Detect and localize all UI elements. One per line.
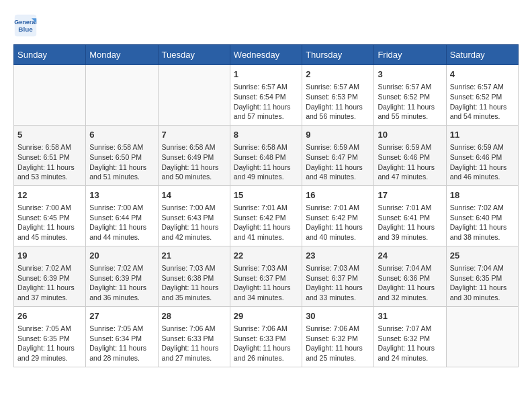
calendar-cell: 28Sunrise: 7:06 AMSunset: 6:33 PMDayligh… [158,306,230,367]
day-info: Sunrise: 7:03 AMSunset: 6:38 PMDaylight:… [162,263,226,303]
day-info: Sunrise: 7:03 AMSunset: 6:37 PMDaylight:… [234,263,298,303]
calendar-week-2: 5Sunrise: 6:58 AMSunset: 6:51 PMDaylight… [14,125,519,185]
day-info: Sunrise: 7:05 AMSunset: 6:35 PMDaylight:… [17,324,82,363]
weekday-header-saturday: Saturday [446,45,518,65]
day-number: 3 [378,68,442,81]
day-info: Sunrise: 7:06 AMSunset: 6:32 PMDaylight:… [306,324,370,363]
calendar-cell: 12Sunrise: 7:00 AMSunset: 6:45 PMDayligh… [14,185,86,246]
day-number: 31 [378,310,442,322]
calendar-week-4: 19Sunrise: 7:02 AMSunset: 6:39 PMDayligh… [14,246,519,306]
calendar-cell: 30Sunrise: 7:06 AMSunset: 6:32 PMDayligh… [302,306,374,367]
day-number: 25 [450,250,515,262]
calendar-week-1: 1Sunrise: 6:57 AMSunset: 6:54 PMDaylight… [14,65,519,126]
calendar-week-5: 26Sunrise: 7:05 AMSunset: 6:35 PMDayligh… [14,306,519,367]
day-number: 1 [234,68,298,81]
day-number: 5 [17,129,82,141]
day-info: Sunrise: 6:57 AMSunset: 6:53 PMDaylight:… [306,82,370,122]
day-info: Sunrise: 6:57 AMSunset: 6:52 PMDaylight:… [378,82,442,122]
day-info: Sunrise: 6:59 AMSunset: 6:46 PMDaylight:… [378,142,442,182]
calendar-cell [14,65,86,126]
day-number: 27 [89,310,154,322]
day-number: 30 [306,310,370,322]
day-number: 2 [306,68,370,81]
calendar-cell: 20Sunrise: 7:02 AMSunset: 6:39 PMDayligh… [86,246,158,306]
day-info: Sunrise: 7:01 AMSunset: 6:42 PMDaylight:… [306,203,370,242]
calendar-cell: 26Sunrise: 7:05 AMSunset: 6:35 PMDayligh… [14,306,86,367]
day-number: 16 [306,189,370,201]
day-number: 28 [162,310,226,322]
day-info: Sunrise: 6:59 AMSunset: 6:47 PMDaylight:… [306,142,370,182]
weekday-header-tuesday: Tuesday [158,45,230,65]
day-info: Sunrise: 7:02 AMSunset: 6:39 PMDaylight:… [17,263,82,303]
calendar-cell: 7Sunrise: 6:58 AMSunset: 6:49 PMDaylight… [158,125,230,185]
calendar-cell: 3Sunrise: 6:57 AMSunset: 6:52 PMDaylight… [374,65,446,126]
weekday-header-row: SundayMondayTuesdayWednesdayThursdayFrid… [14,45,519,65]
calendar-week-3: 12Sunrise: 7:00 AMSunset: 6:45 PMDayligh… [14,185,519,246]
day-number: 12 [17,189,82,201]
day-info: Sunrise: 7:06 AMSunset: 6:33 PMDaylight:… [162,324,226,363]
calendar-cell: 19Sunrise: 7:02 AMSunset: 6:39 PMDayligh… [14,246,86,306]
day-number: 17 [378,189,442,201]
day-number: 10 [378,129,442,141]
calendar-cell: 25Sunrise: 7:04 AMSunset: 6:35 PMDayligh… [446,246,518,306]
day-info: Sunrise: 6:57 AMSunset: 6:52 PMDaylight:… [450,82,515,122]
calendar-cell: 1Sunrise: 6:57 AMSunset: 6:54 PMDaylight… [230,65,302,126]
weekday-header-friday: Friday [374,45,446,65]
day-number: 7 [162,129,226,141]
day-number: 21 [162,250,226,262]
day-number: 26 [17,310,82,322]
day-info: Sunrise: 7:02 AMSunset: 6:39 PMDaylight:… [89,263,154,303]
day-number: 24 [378,250,442,262]
day-info: Sunrise: 7:04 AMSunset: 6:35 PMDaylight:… [450,263,515,303]
calendar-cell: 23Sunrise: 7:03 AMSunset: 6:37 PMDayligh… [302,246,374,306]
day-number: 4 [450,68,515,81]
day-number: 19 [17,250,82,262]
day-number: 13 [89,189,154,201]
logo: General Blue [13,13,40,38]
day-number: 29 [234,310,298,322]
day-number: 6 [89,129,154,141]
calendar-cell: 31Sunrise: 7:07 AMSunset: 6:32 PMDayligh… [374,306,446,367]
svg-text:Blue: Blue [18,26,33,33]
calendar-cell: 15Sunrise: 7:01 AMSunset: 6:42 PMDayligh… [230,185,302,246]
day-number: 18 [450,189,515,201]
day-info: Sunrise: 7:00 AMSunset: 6:43 PMDaylight:… [162,203,226,242]
day-info: Sunrise: 7:06 AMSunset: 6:33 PMDaylight:… [234,324,298,363]
calendar-cell: 11Sunrise: 6:59 AMSunset: 6:46 PMDayligh… [446,125,518,185]
day-info: Sunrise: 6:59 AMSunset: 6:46 PMDaylight:… [450,142,515,182]
weekday-header-thursday: Thursday [302,45,374,65]
weekday-header-wednesday: Wednesday [230,45,302,65]
calendar-cell: 2Sunrise: 6:57 AMSunset: 6:53 PMDaylight… [302,65,374,126]
day-info: Sunrise: 7:05 AMSunset: 6:34 PMDaylight:… [89,324,154,363]
calendar-cell: 21Sunrise: 7:03 AMSunset: 6:38 PMDayligh… [158,246,230,306]
day-number: 9 [306,129,370,141]
day-number: 14 [162,189,226,201]
day-info: Sunrise: 7:02 AMSunset: 6:40 PMDaylight:… [450,203,515,242]
day-number: 15 [234,189,298,201]
calendar-cell: 18Sunrise: 7:02 AMSunset: 6:40 PMDayligh… [446,185,518,246]
day-number: 20 [89,250,154,262]
day-info: Sunrise: 6:57 AMSunset: 6:54 PMDaylight:… [234,82,298,122]
page-header: General Blue [13,13,519,38]
day-number: 11 [450,129,515,141]
calendar-cell: 6Sunrise: 6:58 AMSunset: 6:50 PMDaylight… [86,125,158,185]
day-info: Sunrise: 7:04 AMSunset: 6:36 PMDaylight:… [378,263,442,303]
day-info: Sunrise: 7:00 AMSunset: 6:44 PMDaylight:… [89,203,154,242]
day-info: Sunrise: 7:00 AMSunset: 6:45 PMDaylight:… [17,203,82,242]
calendar-cell: 4Sunrise: 6:57 AMSunset: 6:52 PMDaylight… [446,65,518,126]
calendar-cell: 8Sunrise: 6:58 AMSunset: 6:48 PMDaylight… [230,125,302,185]
calendar-cell: 22Sunrise: 7:03 AMSunset: 6:37 PMDayligh… [230,246,302,306]
calendar-cell [158,65,230,126]
calendar-cell [446,306,518,367]
day-number: 8 [234,129,298,141]
day-info: Sunrise: 7:01 AMSunset: 6:41 PMDaylight:… [378,203,442,242]
day-info: Sunrise: 6:58 AMSunset: 6:49 PMDaylight:… [162,142,226,182]
calendar-cell: 27Sunrise: 7:05 AMSunset: 6:34 PMDayligh… [86,306,158,367]
calendar-cell: 17Sunrise: 7:01 AMSunset: 6:41 PMDayligh… [374,185,446,246]
calendar-cell: 9Sunrise: 6:59 AMSunset: 6:47 PMDaylight… [302,125,374,185]
calendar-cell: 5Sunrise: 6:58 AMSunset: 6:51 PMDaylight… [14,125,86,185]
calendar-cell: 13Sunrise: 7:00 AMSunset: 6:44 PMDayligh… [86,185,158,246]
day-info: Sunrise: 6:58 AMSunset: 6:50 PMDaylight:… [89,142,154,182]
day-info: Sunrise: 6:58 AMSunset: 6:51 PMDaylight:… [17,142,82,182]
day-number: 22 [234,250,298,262]
